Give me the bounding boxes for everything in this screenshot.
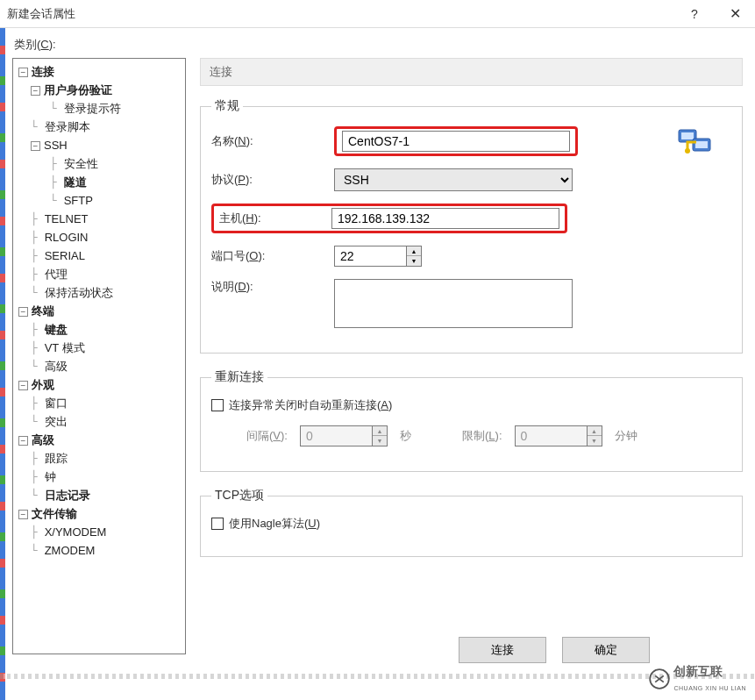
- limit-spinner: ▲▼: [515, 425, 602, 446]
- tree-item-advanced-terminal[interactable]: └ 高级: [15, 357, 183, 375]
- tree-item-connection[interactable]: −连接: [15, 62, 183, 81]
- tcp-legend: TCP选项: [211, 488, 267, 504]
- tree-item-zmodem[interactable]: └ ZMODEM: [15, 541, 183, 560]
- brand-logo-icon: [649, 668, 670, 689]
- svg-rect-1: [681, 132, 694, 139]
- help-button[interactable]: ?: [674, 0, 715, 28]
- tree-item-xymodem[interactable]: ├ X/YMODEM: [15, 523, 183, 541]
- protocol-select[interactable]: SSH: [334, 168, 573, 191]
- collapse-icon[interactable]: −: [31, 86, 40, 96]
- tree-item-rlogin[interactable]: ├ RLOGIN: [15, 228, 183, 246]
- port-label: 端口号(O):: [211, 248, 325, 264]
- interval-input: [300, 425, 372, 446]
- tree-item-tunnel[interactable]: ├ 隧道: [15, 173, 183, 191]
- decorative-cutline: [0, 674, 755, 679]
- spin-up-icon: ▲: [588, 426, 602, 436]
- dialog-footer: 连接 确定: [0, 626, 755, 674]
- decorative-edge: [0, 28, 5, 700]
- port-spinner[interactable]: ▲▼: [334, 246, 422, 267]
- interval-label: 间隔(V):: [246, 428, 288, 444]
- tree-item-keyboard[interactable]: ├ 键盘: [15, 320, 183, 339]
- title-bar: 新建会话属性 ? ✕: [0, 0, 755, 28]
- tree-item-login-prompt[interactable]: └ 登录提示符: [15, 99, 183, 118]
- reconnect-group: 重新连接 连接异常关闭时自动重新连接(A) 间隔(V): ▲▼ 秒 限制(L):…: [200, 369, 743, 472]
- spin-down-icon[interactable]: ▼: [407, 256, 421, 266]
- spin-up-icon[interactable]: ▲: [407, 246, 421, 256]
- protocol-label: 协议(P):: [211, 172, 325, 188]
- spin-up-icon: ▲: [373, 426, 387, 436]
- tree-item-vtmode[interactable]: ├ VT 模式: [15, 339, 183, 357]
- tree-item-bell[interactable]: ├ 钟: [15, 468, 183, 486]
- close-button[interactable]: ✕: [715, 0, 755, 28]
- tree-item-appearance[interactable]: −外观: [15, 375, 183, 394]
- host-input[interactable]: [331, 208, 559, 229]
- svg-rect-3: [695, 141, 708, 148]
- tree-item-auth[interactable]: −用户身份验证: [15, 81, 183, 99]
- tree-item-highlight[interactable]: └ 突出: [15, 412, 183, 431]
- tree-item-ssh[interactable]: −SSH: [15, 136, 183, 154]
- auto-reconnect-checkbox[interactable]: [211, 399, 224, 411]
- watermark: 创新互联 CHUANG XIN HU LIAN: [649, 664, 746, 693]
- description-textarea[interactable]: [334, 279, 573, 328]
- tree-item-telnet[interactable]: ├ TELNET: [15, 210, 183, 228]
- name-input[interactable]: [342, 131, 570, 152]
- reconnect-legend: 重新连接: [211, 369, 267, 385]
- spin-down-icon: ▼: [588, 436, 602, 446]
- tree-item-advanced[interactable]: −高级: [15, 431, 183, 449]
- computers-icon: [677, 126, 716, 164]
- collapse-icon[interactable]: −: [31, 141, 40, 151]
- collapse-icon[interactable]: −: [18, 307, 28, 317]
- nagle-label: 使用Nagle算法(U): [229, 516, 320, 532]
- spin-down-icon: ▼: [373, 436, 387, 446]
- tree-item-sftp[interactable]: └ SFTP: [15, 191, 183, 210]
- limit-input: [515, 425, 587, 446]
- tree-item-keepalive[interactable]: └ 保持活动状态: [15, 283, 183, 302]
- limit-label: 限制(L):: [462, 428, 502, 444]
- svg-point-4: [685, 148, 690, 154]
- tree-item-security[interactable]: ├ 安全性: [15, 154, 183, 173]
- tree-item-terminal[interactable]: −终端: [15, 302, 183, 320]
- interval-spinner: ▲▼: [300, 425, 388, 446]
- general-group: 常规 名称(N): 协议(P):: [200, 98, 743, 354]
- collapse-icon[interactable]: −: [18, 510, 28, 519]
- general-legend: 常规: [211, 98, 243, 114]
- section-header: 连接: [200, 58, 743, 86]
- tree-item-serial[interactable]: ├ SERIAL: [15, 246, 183, 265]
- tree-item-login-script[interactable]: └ 登录脚本: [15, 118, 183, 136]
- description-label: 说明(D):: [211, 279, 325, 295]
- auto-reconnect-label: 连接异常关闭时自动重新连接(A): [229, 397, 392, 413]
- tree-item-proxy[interactable]: ├ 代理: [15, 265, 183, 283]
- category-tree[interactable]: −连接 −用户身份验证 └ 登录提示符 └ 登录脚本 −SSH ├ 安全性 ├ …: [12, 58, 186, 654]
- tree-item-trace[interactable]: ├ 跟踪: [15, 449, 183, 468]
- connect-button[interactable]: 连接: [459, 637, 546, 663]
- host-highlight: 主机(H):: [211, 204, 567, 233]
- category-label: 类别(C):: [14, 37, 56, 53]
- ok-button[interactable]: 确定: [562, 637, 650, 663]
- tcp-group: TCP选项 使用Nagle算法(U): [200, 488, 743, 557]
- window-title: 新建会话属性: [7, 6, 674, 22]
- tree-item-window[interactable]: ├ 窗口: [15, 394, 183, 412]
- collapse-icon[interactable]: −: [18, 436, 28, 446]
- name-highlight: [334, 126, 578, 156]
- host-label: 主机(H):: [219, 211, 323, 226]
- tree-item-filetransfer[interactable]: −文件传输: [15, 504, 183, 523]
- port-input[interactable]: [334, 246, 406, 267]
- collapse-icon[interactable]: −: [18, 381, 28, 390]
- name-label: 名称(N):: [211, 133, 325, 149]
- limit-unit: 分钟: [615, 428, 637, 444]
- nagle-checkbox[interactable]: [211, 518, 224, 530]
- tree-item-logging[interactable]: └ 日志记录: [15, 486, 183, 504]
- interval-unit: 秒: [400, 428, 411, 444]
- collapse-icon[interactable]: −: [18, 68, 28, 77]
